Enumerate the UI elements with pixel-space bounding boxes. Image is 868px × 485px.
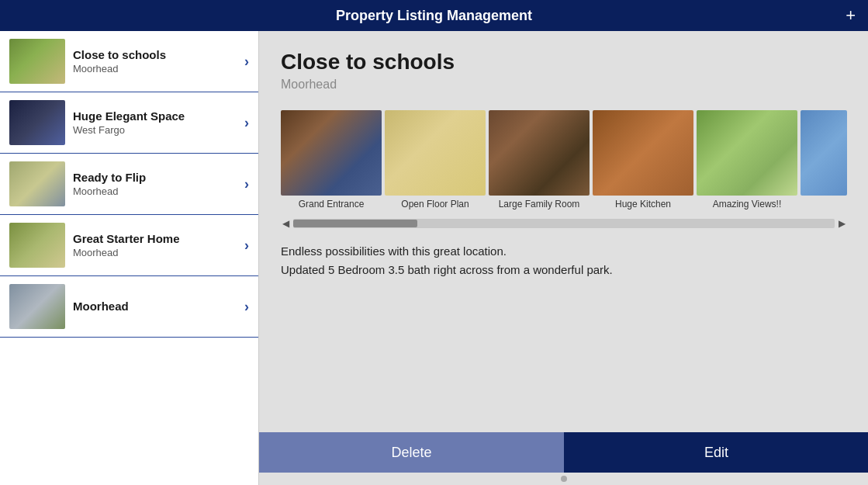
detail-panel: Close to schools Moorhead Grand Entrance…: [259, 31, 868, 485]
scroll-left-arrow[interactable]: ◀: [282, 218, 289, 229]
sidebar-text-1: Huge Elegant Space West Fargo: [65, 109, 244, 136]
sidebar-title-3: Great Starter Home: [73, 232, 237, 245]
sidebar-title-4: Moorhead: [73, 300, 237, 313]
detail-title: Close to schools: [281, 50, 847, 74]
main-layout: Close to schools Moorhead › Huge Elegant…: [0, 31, 868, 485]
photo-label-large-family: Large Family Room: [499, 199, 580, 210]
sidebar-text-0: Close to schools Moorhead: [65, 48, 244, 74]
chevron-icon-3: ›: [244, 237, 249, 254]
sidebar-title-1: Huge Elegant Space: [73, 109, 237, 123]
sidebar-thumb-4: [9, 284, 65, 329]
sidebar-title-0: Close to schools: [73, 48, 237, 61]
scroll-dot: [561, 476, 567, 482]
sidebar-item-huge-elegant[interactable]: Huge Elegant Space West Fargo ›: [0, 92, 258, 154]
sidebar-text-3: Great Starter Home Moorhead: [65, 232, 244, 258]
photo-item-open-floor[interactable]: Open Floor Plan: [385, 110, 486, 210]
chevron-icon-1: ›: [244, 115, 249, 131]
sidebar-sub-1: West Fargo: [73, 124, 237, 136]
detail-description: Endless possibilities with this great lo…: [281, 242, 847, 279]
photo-thumb-open-floor: [385, 110, 486, 196]
sidebar-thumb-2: [9, 161, 65, 206]
chevron-icon-2: ›: [244, 176, 249, 192]
photo-item-huge-kitchen[interactable]: Huge Kitchen: [593, 110, 693, 210]
photo-thumb-partial: [801, 110, 847, 196]
app-header: Property Listing Management +: [0, 0, 868, 31]
edit-button[interactable]: Edit: [564, 432, 868, 473]
sidebar-sub-0: Moorhead: [73, 63, 237, 74]
photo-label-amazing-views: Amazing Views!!: [713, 199, 781, 210]
photo-item-grand-entrance[interactable]: Grand Entrance: [281, 110, 382, 210]
sidebar-text-2: Ready to Flip Moorhead: [65, 171, 244, 197]
photo-item-large-family[interactable]: Large Family Room: [489, 110, 590, 210]
sidebar-thumb-1: [9, 100, 65, 145]
scroll-thumb: [293, 220, 417, 227]
photo-label-huge-kitchen: Huge Kitchen: [615, 199, 671, 210]
sidebar-item-ready-flip[interactable]: Ready to Flip Moorhead ›: [0, 154, 258, 215]
photo-label-grand-entrance: Grand Entrance: [299, 199, 365, 210]
photo-item-amazing-views[interactable]: Amazing Views!!: [697, 110, 797, 210]
photo-thumb-grand-entrance: [281, 110, 382, 196]
description-line-2: Updated 5 Bedroom 3.5 bath right across …: [281, 261, 847, 279]
chevron-icon-0: ›: [244, 54, 249, 70]
sidebar-item-close-schools[interactable]: Close to schools Moorhead ›: [0, 31, 258, 92]
sidebar-title-2: Ready to Flip: [73, 171, 237, 184]
app-title: Property Listing Management: [336, 8, 532, 24]
sidebar-thumb-3: [9, 223, 65, 268]
detail-content: Close to schools Moorhead Grand Entrance…: [259, 31, 868, 432]
chevron-icon-4: ›: [244, 299, 249, 315]
photo-thumb-large-family: [489, 110, 590, 196]
sidebar-sub-2: Moorhead: [73, 185, 237, 197]
detail-subtitle: Moorhead: [281, 78, 847, 92]
photo-thumb-amazing-views: [697, 110, 797, 196]
sidebar-item-great-starter[interactable]: Great Starter Home Moorhead ›: [0, 215, 258, 276]
sidebar-sub-3: Moorhead: [73, 247, 237, 258]
sidebar-text-4: Moorhead: [65, 300, 244, 314]
scroll-dot-container: [259, 473, 868, 485]
photo-scrollbar[interactable]: [293, 219, 835, 228]
detail-buttons: Delete Edit: [259, 432, 868, 473]
sidebar: Close to schools Moorhead › Huge Elegant…: [0, 31, 259, 485]
scroll-right-arrow[interactable]: ▶: [839, 218, 846, 229]
description-line-1: Endless possibilities with this great lo…: [281, 242, 847, 261]
sidebar-item-moorhead[interactable]: Moorhead ›: [0, 276, 258, 338]
photo-label-open-floor: Open Floor Plan: [401, 199, 469, 210]
add-button[interactable]: +: [846, 7, 856, 24]
photo-item-partial: [801, 110, 847, 210]
sidebar-thumb-0: [9, 39, 65, 84]
delete-button[interactable]: Delete: [259, 432, 564, 473]
photo-thumb-huge-kitchen: [593, 110, 693, 196]
photo-strip-container: Grand Entrance Open Floor Plan Large Fam…: [281, 110, 847, 210]
photo-strip: Grand Entrance Open Floor Plan Large Fam…: [281, 110, 847, 210]
